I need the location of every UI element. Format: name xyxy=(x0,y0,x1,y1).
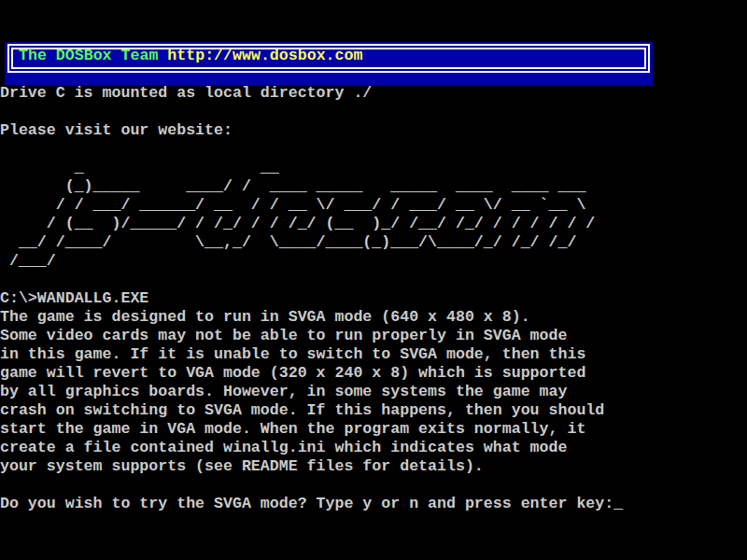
terminal-output[interactable]: Drive C is mounted as local directory ./… xyxy=(0,47,623,513)
dosbox-terminal-screen[interactable]: The DOSBox Team http://www.dosbox.com Dr… xyxy=(0,0,747,560)
